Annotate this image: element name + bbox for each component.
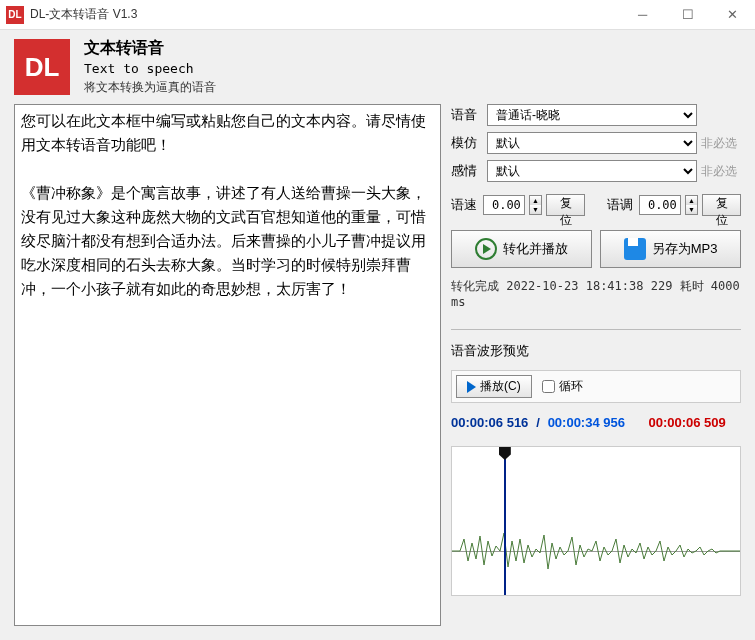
loop-checkbox[interactable]: 循环 (542, 378, 583, 395)
app-header: DL 文本转语音 Text to speech 将文本转换为逼真的语音 (0, 30, 755, 104)
emotion-label: 感情 (451, 162, 483, 180)
header-subtitle: Text to speech (84, 61, 216, 76)
tone-input[interactable] (639, 195, 681, 215)
waveform-svg (452, 521, 741, 581)
speed-label: 语速 (451, 196, 479, 214)
maximize-button[interactable]: ☐ (665, 0, 710, 30)
waveform-section-label: 语音波形预览 (451, 342, 741, 360)
time-current: 00:00:06 516 (451, 415, 528, 430)
preview-play-button[interactable]: 播放(C) (456, 375, 532, 398)
tone-label: 语调 (607, 196, 635, 214)
waveform-display[interactable] (451, 446, 741, 596)
speed-spinner[interactable]: ▲▼ (529, 195, 542, 215)
tone-spinner[interactable]: ▲▼ (685, 195, 698, 215)
convert-play-label: 转化并播放 (503, 240, 568, 258)
play-icon (467, 381, 476, 393)
optional-hint-2: 非必选 (701, 163, 737, 180)
save-mp3-label: 另存为MP3 (652, 240, 718, 258)
convert-play-button[interactable]: 转化并播放 (451, 230, 592, 268)
optional-hint-1: 非必选 (701, 135, 737, 152)
imitate-label: 模仿 (451, 134, 483, 152)
header-title: 文本转语音 (84, 38, 216, 59)
play-circle-icon (475, 238, 497, 260)
app-icon: DL (6, 6, 24, 24)
titlebar: DL DL-文本转语音 V1.3 ─ ☐ ✕ (0, 0, 755, 30)
save-icon (624, 238, 646, 260)
waveform-handle[interactable] (499, 446, 511, 460)
time-display: 00:00:06 516 / 00:00:34 956 00:00:06 509 (451, 415, 741, 430)
time-mark: 00:00:06 509 (648, 415, 725, 430)
speed-input[interactable] (483, 195, 525, 215)
window-title: DL-文本转语音 V1.3 (30, 6, 137, 23)
voice-label: 语音 (451, 106, 483, 124)
status-text: 转化完成 2022-10-23 18:41:38 229 耗时 4000 ms (451, 278, 741, 309)
time-total: 00:00:34 956 (548, 415, 625, 430)
header-logo: DL (14, 39, 70, 95)
close-button[interactable]: ✕ (710, 0, 755, 30)
loop-label: 循环 (559, 378, 583, 395)
tone-reset-button[interactable]: 复位 (702, 194, 741, 216)
loop-checkbox-input[interactable] (542, 380, 555, 393)
divider (451, 329, 741, 330)
minimize-button[interactable]: ─ (620, 0, 665, 30)
voice-select[interactable]: 普通话-晓晓 (487, 104, 697, 126)
waveform-cursor[interactable] (504, 447, 506, 595)
save-mp3-button[interactable]: 另存为MP3 (600, 230, 741, 268)
preview-play-label: 播放(C) (480, 378, 521, 395)
text-input[interactable]: 您可以在此文本框中编写或粘贴您自己的文本内容。请尽情使用文本转语音功能吧！ 《曹… (14, 104, 441, 626)
header-description: 将文本转换为逼真的语音 (84, 79, 216, 96)
emotion-select[interactable]: 默认 (487, 160, 697, 182)
imitate-select[interactable]: 默认 (487, 132, 697, 154)
speed-reset-button[interactable]: 复位 (546, 194, 585, 216)
